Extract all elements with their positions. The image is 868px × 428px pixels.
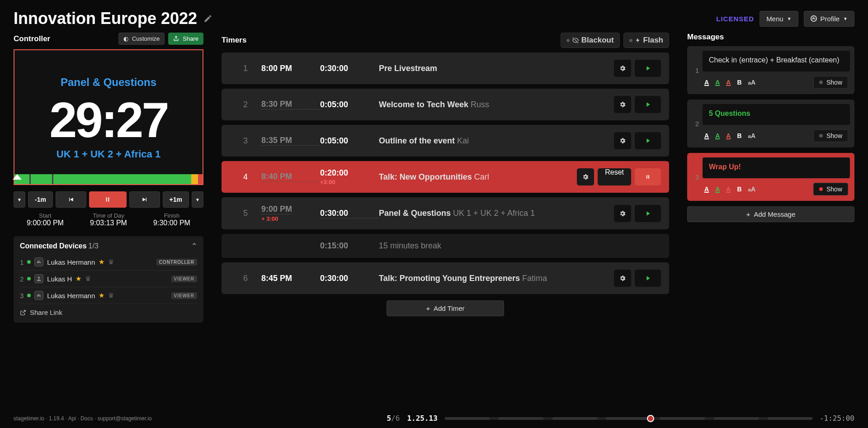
color-red-button[interactable]: A <box>726 132 731 139</box>
profile-button[interactable]: Profile ▼ <box>804 11 854 27</box>
color-green-button[interactable]: A <box>715 79 720 86</box>
svg-rect-4 <box>106 197 107 201</box>
timer-row[interactable]: 5 9:00 PM+ 3:00 0:30:00 Panel & Question… <box>222 197 669 229</box>
customize-label: Customize <box>132 35 160 42</box>
customize-button[interactable]: ◐ Customize <box>118 33 165 45</box>
show-button[interactable]: Show <box>813 183 848 195</box>
gear-icon[interactable] <box>614 60 631 77</box>
prev-button[interactable] <box>56 191 86 208</box>
gear-icon[interactable] <box>577 168 594 185</box>
message-text[interactable]: 5 Questions <box>703 104 850 125</box>
external-link-icon <box>20 309 26 316</box>
device-name: Lukas Hermann <box>47 292 95 300</box>
add-timer-button[interactable]: + Add Timer <box>387 300 504 316</box>
show-button[interactable]: Show <box>813 129 848 142</box>
crown-icon: ♛ <box>108 258 114 266</box>
timers-label: Timers <box>222 36 246 45</box>
device-row[interactable]: 1 Lukas Hermann ★ ♛ CONTROLLER <box>20 254 197 270</box>
device-row[interactable]: 2 Lukas H ★ ♛ VIEWER <box>20 270 197 287</box>
play-button[interactable] <box>635 205 661 222</box>
online-dot-icon <box>27 294 31 297</box>
tod-label: Time of Day <box>77 212 140 219</box>
message-index: 3 <box>692 157 703 196</box>
timeline-slider[interactable] <box>445 417 812 420</box>
play-button[interactable] <box>635 60 661 77</box>
svg-rect-14 <box>648 175 649 179</box>
plus-dropdown[interactable]: ▼ <box>192 191 203 208</box>
progress-marker-icon <box>13 174 22 180</box>
add-message-button[interactable]: + Add Message <box>687 206 854 222</box>
start-label: Start <box>14 212 77 219</box>
blackout-button[interactable]: Blackout <box>561 33 620 48</box>
size-button[interactable]: aA <box>748 79 756 86</box>
menu-button[interactable]: Menu ▼ <box>760 11 798 27</box>
timer-index: 2 <box>230 100 261 109</box>
play-button[interactable] <box>635 270 661 287</box>
color-white-button[interactable]: A <box>704 132 709 139</box>
preview-subtitle: UK 1 + UK 2 + Africa 1 <box>57 148 160 160</box>
bold-button[interactable]: B <box>737 79 741 86</box>
message-text[interactable]: Wrap Up! <box>703 157 850 178</box>
play-button[interactable] <box>635 96 661 113</box>
minus-dropdown[interactable]: ▼ <box>14 191 25 208</box>
share-button[interactable]: Share <box>168 33 203 45</box>
controller-label: Controller <box>14 34 50 43</box>
timer-name: Outline of the event Kai <box>379 136 614 146</box>
bold-button[interactable]: B <box>737 132 741 139</box>
show-button[interactable]: Show <box>813 76 848 89</box>
gear-icon[interactable] <box>614 96 631 113</box>
gear-icon[interactable] <box>614 205 631 222</box>
next-button[interactable] <box>129 191 160 208</box>
chevron-up-icon[interactable]: ⌃ <box>191 242 197 250</box>
size-button[interactable]: aA <box>748 185 756 193</box>
timer-index: 5 <box>230 209 261 218</box>
timer-row[interactable]: 4 8:40 PM 0:20:00+3:00 Talk: New Opportu… <box>222 161 669 193</box>
bold-button[interactable]: B <box>737 185 741 193</box>
role-badge: CONTROLLER <box>156 259 197 266</box>
status-dot-icon <box>819 134 823 138</box>
color-white-button[interactable]: A <box>704 185 709 193</box>
profile-label: Profile <box>821 15 840 23</box>
timer-row[interactable]: 3 8:35 PM 0:05:00 Outline of the event K… <box>222 125 669 157</box>
color-green-button[interactable]: A <box>715 185 720 193</box>
color-red-button[interactable]: A <box>726 79 731 86</box>
flash-label: Flash <box>643 36 663 45</box>
timer-row[interactable]: 1 8:00 PM 0:30:00 Pre Livestream <box>222 52 669 84</box>
size-button[interactable]: aA <box>748 132 756 139</box>
minus-1m-button[interactable]: -1m <box>28 191 53 208</box>
slider-knob-icon[interactable] <box>647 415 654 422</box>
controller-preview: Panel & Questions 29:27 UK 1 + UK 2 + Af… <box>14 49 203 185</box>
flash-button[interactable]: Flash <box>623 33 669 48</box>
timer-row[interactable]: 2 8:30 PM 0:05:00 Welcome to Tech Week R… <box>222 89 669 120</box>
color-red-button[interactable]: A <box>726 185 731 193</box>
chevron-down-icon: ▼ <box>787 16 792 21</box>
plus-1m-button[interactable]: +1m <box>163 191 189 208</box>
play-button[interactable] <box>635 132 661 149</box>
finish-label: Finish <box>140 212 203 219</box>
reset-button[interactable]: Reset <box>598 168 631 185</box>
position-indicator: 5/6 <box>387 414 400 423</box>
gear-icon[interactable] <box>614 132 631 149</box>
timer-name: Panel & Questions UK 1 + UK 2 + Africa 1 <box>379 209 614 218</box>
gear-icon[interactable] <box>614 270 631 287</box>
footer-links[interactable]: stagetimer.io · 1.19.4 · Api · Docs · su… <box>14 415 152 422</box>
color-green-button[interactable]: A <box>715 132 720 139</box>
palette-icon: ◐ <box>123 35 128 42</box>
device-name: Lukas Hermann <box>47 258 95 266</box>
share-link-row[interactable]: Share Link <box>20 304 197 317</box>
device-row[interactable]: 3 Lukas Hermann ★ ♛ VIEWER <box>20 287 197 304</box>
timer-name: Welcome to Tech Week Russ <box>379 100 614 109</box>
role-badge: VIEWER <box>171 276 197 282</box>
timer-name: Talk: New Opportunities Carl <box>379 172 577 182</box>
timer-name: Pre Livestream <box>379 64 614 73</box>
licensed-badge: LICENSED <box>716 15 754 23</box>
star-icon: ★ <box>75 275 81 283</box>
message-text[interactable]: Check in (entrace) + Breakfast (canteen) <box>703 51 850 71</box>
pause-button[interactable] <box>89 191 127 208</box>
svg-point-9 <box>38 277 40 279</box>
pencil-icon[interactable] <box>203 14 212 23</box>
share-icon <box>173 36 179 42</box>
timer-row[interactable]: 6 8:45 PM 0:30:00 Talk: Promoting Young … <box>222 262 669 294</box>
color-white-button[interactable]: A <box>704 79 709 86</box>
pause-button[interactable] <box>635 168 661 185</box>
